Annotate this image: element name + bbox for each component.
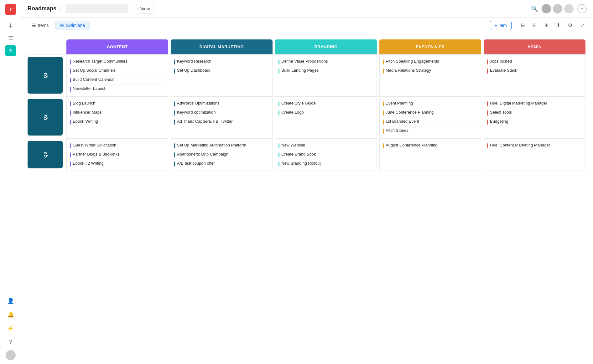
list-item[interactable]: Ebook #2 Writing bbox=[70, 159, 165, 168]
item-dot bbox=[383, 101, 384, 106]
user-avatar-1[interactable] bbox=[542, 4, 551, 13]
cell-q2-content: Blog LaunchInfluencer MapsEbook Writing bbox=[66, 96, 168, 138]
item-dot bbox=[174, 161, 175, 167]
list-item[interactable]: 1st Branded Event bbox=[383, 117, 478, 126]
cell-q2-digital-marketing: AdWords OptimizationsKeyword optimizatio… bbox=[171, 96, 273, 138]
add-user-button[interactable]: + bbox=[577, 4, 587, 13]
breadcrumb-divider: / bbox=[60, 5, 62, 12]
list-item[interactable]: Budgeting bbox=[487, 117, 582, 126]
list-item[interactable]: Media Relations Strategy bbox=[383, 66, 478, 75]
cell-q3-admin: Hire: Content Marketing Manager bbox=[484, 138, 585, 171]
item-label: New Website bbox=[281, 143, 305, 147]
list-item[interactable]: Blog Launch bbox=[70, 99, 165, 108]
col-header-content: CONTENT bbox=[66, 39, 168, 54]
list-item[interactable]: Set Up Social Channels bbox=[70, 66, 165, 75]
sidebar-profile-icon[interactable]: 👤 bbox=[5, 295, 16, 306]
row-label-q2: Q2 bbox=[28, 96, 65, 138]
item-label: Set Up Dashboard bbox=[177, 68, 211, 73]
list-item[interactable]: Build Landing Pages bbox=[278, 66, 373, 75]
group-icon[interactable]: ⊡ bbox=[530, 21, 539, 30]
list-item[interactable]: New Branding Rollout bbox=[278, 159, 373, 168]
list-item[interactable]: Select Tools bbox=[487, 108, 582, 117]
list-item[interactable]: Create Logo bbox=[278, 108, 373, 117]
list-item[interactable]: Build Content Calendar bbox=[70, 75, 165, 85]
list-item[interactable]: Pitch Speaking Engagements bbox=[383, 57, 478, 66]
list-item[interactable]: August Conference Planning bbox=[383, 141, 478, 150]
tab-items[interactable]: ☰ Items bbox=[28, 21, 53, 30]
list-item[interactable]: Evaluate Stack bbox=[487, 66, 582, 75]
list-item[interactable]: Guest Writer Solicitation bbox=[70, 141, 165, 150]
sidebar-list-icon[interactable]: ☰ bbox=[5, 33, 16, 44]
add-item-button[interactable]: + Item bbox=[490, 21, 512, 30]
fullscreen-icon[interactable]: ⤢ bbox=[577, 21, 587, 30]
list-item[interactable]: A/B test coupon offer bbox=[174, 159, 269, 168]
list-item[interactable]: Hire: Content Marketing Manager bbox=[487, 141, 582, 150]
item-dot bbox=[278, 69, 279, 74]
list-item[interactable]: Keyword Research bbox=[174, 57, 269, 66]
list-item[interactable]: Influencer Maps bbox=[70, 108, 165, 117]
list-item[interactable]: Pitch Stories bbox=[383, 126, 478, 135]
list-item[interactable]: June Conference Planning bbox=[383, 108, 478, 117]
col-header-events-pr: EVENTS & PR bbox=[379, 39, 481, 54]
row-label-text-q1: Q1 bbox=[28, 57, 63, 94]
sidebar-lightning-icon[interactable]: ⚡ bbox=[5, 323, 16, 334]
list-item[interactable]: Abandoners: Drip Campaign bbox=[174, 150, 269, 159]
list-item[interactable]: Hire: Digital Marketing Manager bbox=[487, 99, 582, 108]
list-item[interactable]: Ad Trials: Capterra, FB, Twitter bbox=[174, 117, 269, 126]
item-dot bbox=[174, 120, 175, 125]
item-label: Build Content Calendar bbox=[73, 77, 115, 82]
row-q1: Q1Research Target CommunitiesSet Up Soci… bbox=[28, 54, 587, 96]
search-icon[interactable]: 🔍 bbox=[531, 5, 538, 12]
layout-icon[interactable]: ⊞ bbox=[542, 21, 551, 30]
sidebar-user-avatar[interactable] bbox=[6, 350, 16, 360]
item-dot bbox=[174, 152, 175, 157]
row-label-q1: Q1 bbox=[28, 54, 65, 96]
add-view-button[interactable]: + View bbox=[132, 4, 154, 13]
user-avatar-2[interactable] bbox=[553, 4, 562, 13]
list-item[interactable]: Set Up Marketing Automation Platform bbox=[174, 141, 269, 150]
item-label: Pitch Stories bbox=[386, 128, 408, 133]
export-icon[interactable]: ⬆ bbox=[554, 21, 563, 30]
settings-icon[interactable]: ⚙ bbox=[565, 21, 575, 30]
sidebar-roadmap-icon[interactable]: ≡ bbox=[5, 45, 16, 56]
item-dot bbox=[174, 110, 175, 115]
app-logo[interactable]: r bbox=[5, 4, 16, 15]
cell-q2-admin: Hire: Digital Marketing ManagerSelect To… bbox=[484, 96, 585, 138]
list-item[interactable]: Partner Blogs & Backlinks bbox=[70, 150, 165, 159]
sidebar: r ⬇ ☰ ≡ 👤 🔔 ⚡ ? bbox=[0, 0, 21, 364]
item-dot bbox=[278, 59, 279, 64]
item-dot bbox=[383, 120, 384, 125]
list-item[interactable]: Define Value Propositions bbox=[278, 57, 373, 66]
item-label: Newsletter Launch bbox=[73, 86, 107, 91]
list-item[interactable]: Create Style Guide bbox=[278, 99, 373, 108]
breadcrumb-search[interactable] bbox=[65, 4, 128, 13]
column-headers: CONTENTDIGITAL MARKETINGBRANDINGEVENTS &… bbox=[28, 39, 587, 54]
list-item[interactable]: Newsletter Launch bbox=[70, 85, 165, 93]
list-item[interactable]: Create Brand Book bbox=[278, 150, 373, 159]
list-item[interactable]: AdWords Optimizations bbox=[174, 99, 269, 108]
main-content: Roadmaps / + View 🔍 + ☰ Items ⊞ Swimlane… bbox=[21, 0, 593, 364]
filter-icon[interactable]: ⊟ bbox=[518, 21, 527, 30]
col-header-admin: ADMIN bbox=[484, 39, 585, 54]
list-item[interactable]: Research Target Communities bbox=[70, 57, 165, 66]
cell-q2-branding: Create Style GuideCreate Logo bbox=[275, 96, 377, 138]
user-avatar-3[interactable] bbox=[564, 4, 574, 13]
list-item[interactable]: Keyword optimization bbox=[174, 108, 269, 117]
item-dot bbox=[383, 143, 384, 148]
item-label: Keyword optimization bbox=[177, 110, 216, 115]
list-item[interactable]: New Website bbox=[278, 141, 373, 150]
list-item[interactable]: Ebook Writing bbox=[70, 117, 165, 126]
tab-swimlane[interactable]: ⊞ Swimlane bbox=[55, 21, 90, 30]
list-item[interactable]: Jobs posted bbox=[487, 57, 582, 66]
item-label: Ebook #2 Writing bbox=[73, 161, 104, 166]
cell-q1-admin: Jobs postedEvaluate Stack bbox=[484, 54, 585, 96]
sidebar-download-icon[interactable]: ⬇ bbox=[5, 20, 16, 31]
cell-q1-events-pr: Pitch Speaking EngagementsMedia Relation… bbox=[379, 54, 481, 96]
list-item[interactable]: Event Planning bbox=[383, 99, 478, 108]
list-item[interactable]: Set Up Dashboard bbox=[174, 66, 269, 75]
sidebar-bell-icon[interactable]: 🔔 bbox=[5, 309, 16, 320]
toolbar-actions: ⊟ ⊡ ⊞ ⬆ ⚙ ⤢ bbox=[518, 21, 587, 30]
item-dot bbox=[278, 143, 279, 148]
col-header-digital-marketing: DIGITAL MARKETING bbox=[171, 39, 273, 54]
sidebar-help-icon[interactable]: ? bbox=[5, 336, 16, 348]
